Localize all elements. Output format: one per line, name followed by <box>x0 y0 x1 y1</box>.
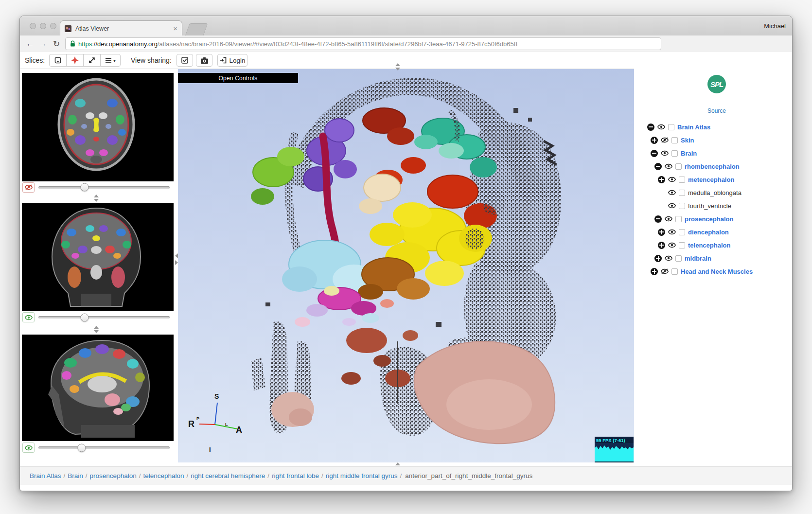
open-controls-button[interactable]: Open Controls <box>178 73 298 83</box>
expand-toggle-icon[interactable] <box>658 242 665 249</box>
visibility-checkbox[interactable] <box>671 268 678 275</box>
eye-icon[interactable] <box>668 177 676 182</box>
splitter-left-arrow[interactable] <box>175 253 178 258</box>
tree-item-label[interactable]: Brain Atlas <box>677 124 710 131</box>
eye-icon[interactable] <box>661 150 669 156</box>
visibility-checkbox[interactable] <box>679 242 685 248</box>
breadcrumb-link[interactable]: Brain Atlas <box>30 472 61 479</box>
collapse-toggle-icon[interactable] <box>647 124 654 131</box>
zoom-window-button[interactable] <box>50 23 56 29</box>
visibility-checkbox[interactable] <box>675 255 682 262</box>
sagittal-slice-slider[interactable] <box>38 446 170 449</box>
breadcrumb-link[interactable]: Brain <box>68 472 83 479</box>
expand-toggle-icon[interactable] <box>658 176 665 183</box>
splitter-right-arrow[interactable] <box>175 260 178 265</box>
spl-logo[interactable]: SPL <box>707 75 726 93</box>
visibility-checkbox[interactable] <box>668 124 674 130</box>
tree-item-label[interactable]: fourth_ventricle <box>688 202 731 210</box>
reload-icon[interactable]: ↻ <box>50 35 63 52</box>
breadcrumb-link[interactable]: prosencephalon <box>90 472 137 479</box>
tree-item-label[interactable]: midbrain <box>685 255 711 262</box>
back-icon[interactable]: ← <box>24 35 36 52</box>
new-tab-button[interactable] <box>185 23 208 36</box>
collapse-toggle-icon[interactable] <box>651 150 658 157</box>
minimize-window-button[interactable] <box>40 23 46 29</box>
visibility-checkbox[interactable] <box>679 190 685 196</box>
eye-icon[interactable] <box>668 190 676 195</box>
visibility-checkbox[interactable] <box>671 150 678 157</box>
tree-item-label[interactable]: diencephalon <box>688 229 729 236</box>
visibility-checkbox[interactable] <box>679 203 685 209</box>
tree-item-label[interactable]: telencephalon <box>688 242 730 249</box>
coronal-slider-thumb[interactable] <box>80 313 88 321</box>
eye-icon[interactable] <box>668 229 676 235</box>
tree-item-label[interactable]: metencephalon <box>688 176 734 183</box>
coronal-slice-slider[interactable] <box>38 316 170 319</box>
splitter-up-arrow[interactable] <box>395 462 400 465</box>
tree-item-label[interactable]: Brain <box>681 150 697 157</box>
eye-icon[interactable] <box>657 124 666 130</box>
sagittal-slice-view[interactable] <box>22 335 174 441</box>
visibility-checkbox[interactable] <box>679 177 685 183</box>
visibility-checkbox[interactable] <box>675 216 682 222</box>
viewport-3d[interactable]: Open Controls S R P L A I 59 FPS (7-61) <box>178 69 634 462</box>
splitter-down-arrow[interactable] <box>94 199 99 202</box>
breadcrumb-link[interactable]: right cerebral hemisphere <box>191 472 265 479</box>
splitter-up-arrow[interactable] <box>94 326 99 329</box>
sagittal-visibility-button[interactable] <box>22 443 35 453</box>
collapse-toggle-icon[interactable] <box>654 215 662 223</box>
tree-item-label[interactable]: medulla_oblongata <box>688 189 741 196</box>
expand-toggle-icon[interactable] <box>651 268 658 275</box>
axial-slice-slider[interactable] <box>38 186 170 189</box>
expand-toggle-icon[interactable] <box>658 229 665 236</box>
visibility-checkbox[interactable] <box>671 137 678 143</box>
screenshot-button[interactable] <box>196 54 212 67</box>
eye-icon[interactable] <box>668 242 676 248</box>
expand-toggle-icon[interactable] <box>651 137 658 144</box>
share-state-button[interactable] <box>177 54 193 67</box>
source-link[interactable]: Source <box>634 107 793 114</box>
slice-list-dropdown-button[interactable]: ▾ <box>100 54 121 67</box>
breadcrumb-link[interactable]: right middle frontal gyrus <box>326 472 398 479</box>
axial-slider-thumb[interactable] <box>80 183 88 192</box>
url-input[interactable]: https://dev.openanatomy.org/atlases/nac/… <box>65 37 661 50</box>
breadcrumb-separator: / <box>86 472 88 479</box>
tab-atlas-viewer[interactable]: Atlas Viewer × <box>60 20 182 36</box>
visibility-checkbox[interactable] <box>675 163 682 170</box>
axial-visibility-button[interactable] <box>22 182 35 193</box>
eye-icon[interactable] <box>665 163 673 169</box>
crosshair-button[interactable] <box>66 54 84 67</box>
close-window-button[interactable] <box>30 23 36 29</box>
splitter-up-arrow[interactable] <box>94 195 99 197</box>
eye-slash-icon[interactable] <box>661 268 669 274</box>
tree-item-diencephalon: diencephalon <box>658 227 729 237</box>
login-button[interactable]: Login <box>217 54 247 67</box>
splitter-up-arrow[interactable] <box>395 63 400 66</box>
breadcrumb-link[interactable]: right frontal lobe <box>272 472 319 479</box>
eye-icon[interactable] <box>665 216 673 222</box>
browser-profile-name[interactable]: Michael <box>764 22 786 30</box>
coronal-slice-view[interactable] <box>22 203 174 311</box>
axial-slice-view[interactable] <box>22 73 174 181</box>
tree-item-label[interactable]: Head and Neck Muscles <box>681 268 753 275</box>
sagittal-slider-thumb[interactable] <box>78 443 86 452</box>
tree-item-label[interactable]: prosencephalon <box>685 215 733 223</box>
visibility-checkbox[interactable] <box>679 229 685 235</box>
slice-views-toggle-button[interactable] <box>49 54 67 67</box>
splitter-down-arrow[interactable] <box>395 68 400 71</box>
splitter-down-arrow[interactable] <box>94 330 99 333</box>
eye-icon[interactable] <box>668 203 676 209</box>
fit-views-button[interactable] <box>83 54 101 67</box>
eye-icon[interactable] <box>665 255 673 261</box>
breadcrumb-link[interactable]: telencephalon <box>143 472 184 479</box>
eye-slash-icon[interactable] <box>661 137 669 143</box>
tree-item-label[interactable]: rhombencephalon <box>685 163 740 170</box>
forward-icon[interactable]: → <box>36 35 49 52</box>
collapse-toggle-icon[interactable] <box>654 163 662 170</box>
tree-item-label[interactable]: Skin <box>681 137 694 144</box>
fps-meter[interactable]: 59 FPS (7-61) <box>595 437 634 462</box>
tab-close-icon[interactable]: × <box>173 25 177 32</box>
url-host: dev.openanatomy.org <box>97 40 158 48</box>
expand-toggle-icon[interactable] <box>654 255 662 262</box>
coronal-visibility-button[interactable] <box>22 312 35 322</box>
